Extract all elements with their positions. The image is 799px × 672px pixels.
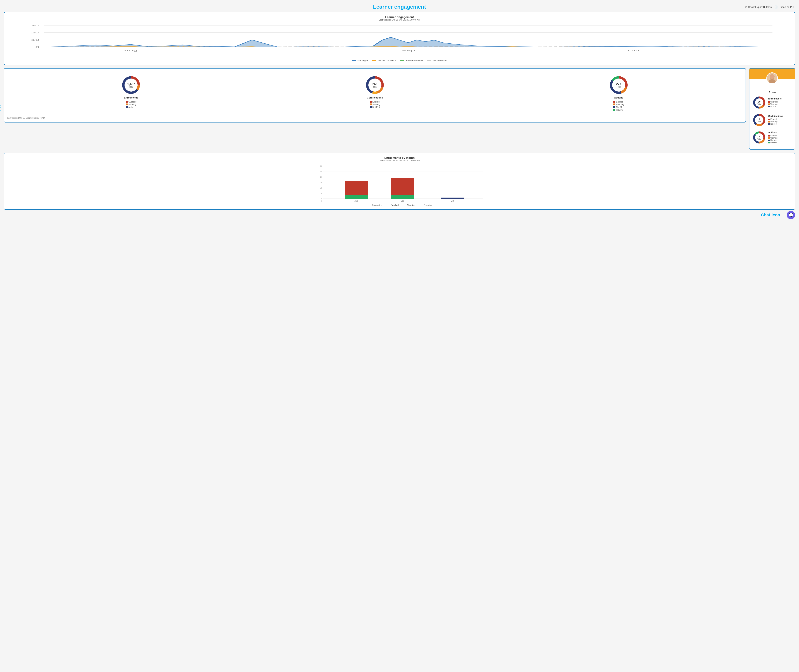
enrollments-total-text: Total: [127, 86, 135, 88]
user-enrollments-info: Enrollments Overdue Warning Active: [768, 98, 781, 108]
legend-warning-monthly-label: Warning: [407, 204, 415, 206]
act-review-dot: [613, 109, 615, 111]
ua-review-label: Review: [770, 141, 777, 144]
svg-text:20: 20: [320, 176, 322, 178]
uc-expired-dot: [768, 118, 770, 120]
uc-notmet-label: Not Met: [770, 123, 777, 125]
actions-title: Actions: [614, 96, 623, 99]
svg-text:0: 0: [321, 200, 322, 202]
act-warning-dot: [613, 104, 615, 106]
legend-label-logins: User Logins: [357, 59, 368, 62]
export-pdf-button[interactable]: 📄 Export as PDF: [775, 6, 795, 8]
certifications-donut: 268 Total: [365, 75, 385, 94]
engagement-chart-title: Learner Engagement: [7, 15, 792, 19]
user-actions-total: Total: [757, 138, 761, 140]
ua-warning-label: Warning: [770, 137, 778, 139]
show-export-toggle[interactable]: 👁 Show Export Buttons: [744, 6, 772, 8]
legend-course-completions: Course Completions: [372, 59, 396, 62]
svg-text:0: 0: [35, 46, 40, 48]
enrollments-donut-item: 1,487 Total Enrollments Overdue Warning: [122, 75, 141, 109]
svg-text:12: 12: [320, 187, 322, 189]
enrollments-total-label: 1,487 Total: [127, 82, 135, 88]
actions-number: 277: [616, 82, 621, 86]
user-enrollments-number: 26: [757, 100, 761, 103]
legend-label-completions: Course Completions: [377, 59, 396, 62]
cert-notmet-dot: [370, 106, 372, 108]
svg-text:Oct: Oct: [451, 200, 454, 202]
ue-overdue: Overdue: [768, 101, 781, 103]
user-enrollments-total: Total: [757, 103, 761, 105]
engagement-chart-area: 30 20 10 0 Aug Sep Oct: [9, 23, 790, 58]
act-review-label: Review: [616, 109, 623, 111]
aug-completed-bar: [345, 195, 368, 199]
ua-expired-label: Expired: [770, 134, 777, 137]
svg-text:Sep: Sep: [401, 200, 404, 202]
user-name: Anna: [752, 91, 792, 94]
chat-arrow: ←: [782, 213, 785, 217]
ua-notmet-dot: [768, 139, 770, 141]
chat-icon-button[interactable]: 💬: [787, 211, 795, 219]
cert-legend-warning: Warning: [370, 103, 380, 106]
user-certifications-section: 5 Total Certifications Expired Warning: [752, 113, 792, 127]
cert-warning-label: Warning: [372, 103, 380, 106]
active-dot: [126, 106, 128, 108]
actions-legend: Expired Warning Not Met Review: [613, 101, 624, 111]
certifications-total-text: Total: [372, 86, 378, 88]
cert-expired-label: Expired: [372, 101, 380, 103]
uc-notmet-dot: [768, 123, 770, 125]
svg-text:30: 30: [31, 25, 40, 27]
uc-notmet: Not Met: [768, 123, 783, 125]
warning-label: Warning: [128, 103, 136, 106]
legend-enrolled-line: [386, 205, 390, 205]
legend-course-enrollments: Course Enrollments: [400, 59, 424, 62]
act-notmet-dot: [613, 106, 615, 108]
legend-label-minutes: Course Minutes: [432, 59, 447, 62]
uc-warning-label: Warning: [770, 121, 778, 123]
ua-expired-dot: [768, 135, 770, 136]
monthly-outer: Monthly enrollments Enrollments by Month…: [4, 153, 795, 210]
engagement-panel: Learner Engagement Last Updated On: 30-O…: [4, 12, 795, 65]
ue-warning: Warning: [768, 103, 781, 105]
user-certifications-info: Certifications Expired Warning Not Me: [768, 115, 783, 125]
user-header-bg: [749, 69, 795, 79]
user-actions-number: 7: [757, 135, 761, 138]
monthly-panel: Enrollments by Month Last Updated On: 30…: [4, 153, 795, 210]
act-legend-notmet: Not Met: [613, 106, 624, 108]
legend-line-logins: [352, 60, 356, 61]
user-certifications-legend: Expired Warning Not Met: [768, 118, 783, 125]
svg-text:10: 10: [31, 39, 40, 41]
ue-active-label: Active: [770, 106, 776, 107]
ua-review: Review: [768, 141, 778, 144]
svg-text:16: 16: [320, 181, 322, 183]
svg-text:20: 20: [31, 32, 40, 34]
cert-expired-dot: [370, 101, 372, 103]
certifications-title: Certifications: [367, 96, 383, 99]
actions-donut-item: 277 Total Actions Expired Warning: [609, 75, 628, 111]
legend-enrolled-label: Enrolled: [391, 204, 398, 206]
chat-row: Chat icon ← 💬: [4, 211, 795, 219]
engagement-chart-svg: 30 20 10 0 Aug Sep Oct: [9, 23, 790, 58]
legend-overdue-monthly: Overdue: [419, 204, 432, 206]
account-summary-label: Account summary: [0, 104, 1, 114]
avatar-svg: [767, 72, 777, 84]
svg-text:Oct: Oct: [627, 50, 640, 52]
svg-text:28: 28: [320, 165, 322, 167]
bar-chart-svg: 28 24 20 16 12 8 4 0: [15, 164, 786, 202]
enrollments-number: 1,487: [127, 82, 135, 86]
user-enrollments-donut: 26 Total: [752, 96, 766, 109]
sep-completed-bar: [391, 195, 414, 199]
legend-label-enrollments: Course Enrollments: [405, 59, 424, 62]
user-certifications-number: 5: [757, 118, 761, 121]
actions-total-label: 277 Total: [616, 82, 621, 88]
act-legend-warning: Warning: [613, 103, 624, 106]
user-enrollments-label: 26 Total: [757, 100, 761, 105]
toggle-icon: 👁: [744, 6, 747, 8]
act-legend-expired: Expired: [613, 101, 624, 103]
svg-text:8: 8: [321, 192, 322, 194]
svg-text:24: 24: [320, 171, 322, 173]
ue-active-dot: [768, 106, 770, 107]
export-pdf-label: Export as PDF: [779, 6, 795, 8]
overdue-dot: [126, 101, 128, 103]
summary-donut-row: 1,487 Total Enrollments Overdue Warning: [7, 72, 743, 113]
certifications-total-label: 268 Total: [372, 82, 378, 88]
